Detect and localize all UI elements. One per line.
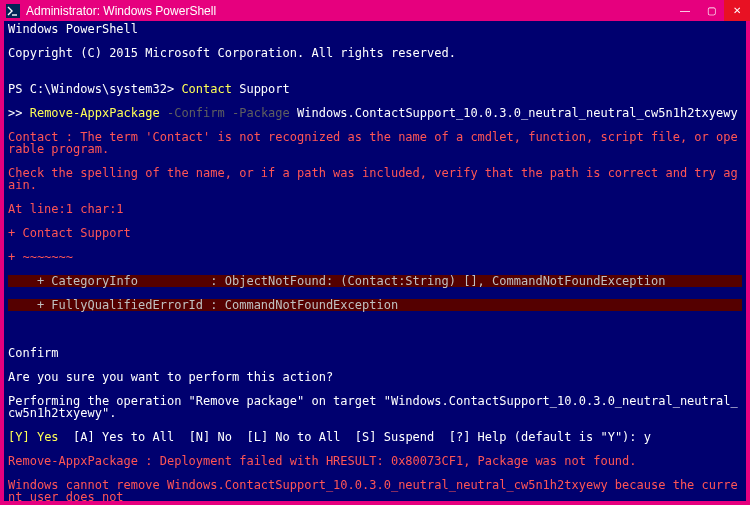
banner-line: Copyright (C) 2015 Microsoft Corporation… xyxy=(8,47,742,59)
confirm-options: [Y] Yes [A] Yes to All [N] No [L] No to … xyxy=(8,431,742,443)
banner-line: Windows PowerShell xyxy=(8,23,742,35)
confirm-bracket-y: [Y] xyxy=(8,430,37,444)
error-line: At line:1 char:1 xyxy=(8,203,742,215)
confirm-operation: Performing the operation "Remove package… xyxy=(8,395,742,419)
error-detail-line: + FullyQualifiedErrorId : CommandNotFoun… xyxy=(8,299,742,311)
cont-marker: >> xyxy=(8,106,30,120)
typed-command: Remove-AppxPackage xyxy=(30,106,160,120)
svg-rect-0 xyxy=(6,4,20,18)
minimize-icon: — xyxy=(680,5,690,16)
terminal-area[interactable]: Windows PowerShell Copyright (C) 2015 Mi… xyxy=(4,21,746,501)
prompt-prefix: PS C:\Windows\system32> xyxy=(8,82,181,96)
close-button[interactable]: ✕ xyxy=(724,0,750,21)
typed-command: Contact xyxy=(181,82,232,96)
continuation-line: >> Remove-AppxPackage -Confirm -Package … xyxy=(8,107,742,119)
confirm-header: Confirm xyxy=(8,347,742,359)
error-line: + ~~~~~~~ xyxy=(8,251,742,263)
typed-flags: -Confirm -Package xyxy=(160,106,290,120)
minimize-button[interactable]: — xyxy=(672,0,698,21)
error-line: Remove-AppxPackage : Deployment failed w… xyxy=(8,455,742,467)
powershell-icon xyxy=(6,4,20,18)
terminal-output: Windows PowerShell Copyright (C) 2015 Mi… xyxy=(8,23,742,501)
typed-arg: Support xyxy=(232,82,290,96)
maximize-icon: ▢ xyxy=(707,5,716,16)
close-icon: ✕ xyxy=(733,5,741,16)
error-detail-line: + CategoryInfo : ObjectNotFound: (Contac… xyxy=(8,275,742,287)
error-line: Contact : The term 'Contact' is not reco… xyxy=(8,131,742,155)
confirm-yes: Yes xyxy=(37,430,59,444)
prompt-line: PS C:\Windows\system32> Contact Support xyxy=(8,83,742,95)
typed-arg: Windows.ContactSupport_10.0.3.0_neutral_… xyxy=(290,106,738,120)
error-line: Check the spelling of the name, or if a … xyxy=(8,167,742,191)
powershell-window: Administrator: Windows PowerShell — ▢ ✕ … xyxy=(0,0,750,505)
confirm-rest: [A] Yes to All [N] No [L] No to All [S] … xyxy=(59,430,651,444)
maximize-button[interactable]: ▢ xyxy=(698,0,724,21)
error-line: + Contact Support xyxy=(8,227,742,239)
window-title: Administrator: Windows PowerShell xyxy=(26,4,672,18)
titlebar[interactable]: Administrator: Windows PowerShell — ▢ ✕ xyxy=(0,0,750,21)
error-line: Windows cannot remove Windows.ContactSup… xyxy=(8,479,742,501)
window-controls: — ▢ ✕ xyxy=(672,0,750,21)
confirm-question: Are you sure you want to perform this ac… xyxy=(8,371,742,383)
